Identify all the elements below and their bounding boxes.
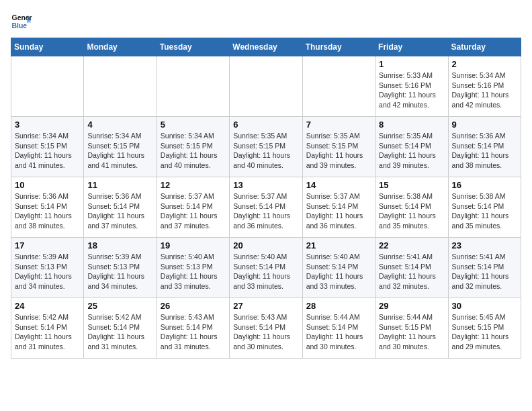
day-info: Sunrise: 5:34 AM Sunset: 5:15 PM Dayligh… [161, 131, 226, 171]
day-info: Sunrise: 5:36 AM Sunset: 5:14 PM Dayligh… [15, 191, 80, 231]
calendar-cell: 29Sunrise: 5:44 AM Sunset: 5:15 PM Dayli… [375, 298, 448, 359]
svg-text:Blue: Blue [12, 22, 28, 30]
calendar-cell: 13Sunrise: 5:37 AM Sunset: 5:14 PM Dayli… [230, 177, 302, 238]
day-info: Sunrise: 5:42 AM Sunset: 5:14 PM Dayligh… [15, 312, 80, 352]
day-number: 19 [161, 240, 226, 250]
day-info: Sunrise: 5:41 AM Sunset: 5:14 PM Dayligh… [452, 252, 517, 291]
calendar-cell: 7Sunrise: 5:35 AM Sunset: 5:15 PM Daylig… [302, 117, 375, 177]
day-number: 15 [379, 180, 444, 190]
day-number: 1 [379, 59, 444, 69]
day-info: Sunrise: 5:40 AM Sunset: 5:13 PM Dayligh… [161, 252, 226, 291]
day-info: Sunrise: 5:38 AM Sunset: 5:14 PM Dayligh… [379, 191, 444, 231]
day-number: 18 [87, 240, 152, 250]
day-info: Sunrise: 5:33 AM Sunset: 5:16 PM Dayligh… [379, 71, 444, 110]
day-info: Sunrise: 5:43 AM Sunset: 5:14 PM Dayligh… [161, 312, 226, 352]
weekday-header-thursday: Thursday [302, 38, 375, 56]
calendar-cell: 21Sunrise: 5:40 AM Sunset: 5:14 PM Dayli… [302, 238, 375, 298]
day-number: 21 [306, 240, 371, 250]
day-info: Sunrise: 5:35 AM Sunset: 5:15 PM Dayligh… [306, 131, 371, 171]
day-number: 6 [233, 120, 298, 130]
day-info: Sunrise: 5:39 AM Sunset: 5:13 PM Dayligh… [15, 252, 80, 291]
calendar-cell: 10Sunrise: 5:36 AM Sunset: 5:14 PM Dayli… [11, 177, 84, 238]
logo: General Blue [11, 11, 32, 32]
day-number: 26 [161, 301, 226, 311]
weekday-header-sunday: Sunday [11, 38, 84, 56]
day-info: Sunrise: 5:34 AM Sunset: 5:15 PM Dayligh… [87, 131, 152, 171]
day-number: 9 [452, 120, 517, 130]
calendar-cell: 26Sunrise: 5:43 AM Sunset: 5:14 PM Dayli… [157, 298, 229, 359]
day-info: Sunrise: 5:37 AM Sunset: 5:14 PM Dayligh… [161, 191, 226, 231]
weekday-header-row: SundayMondayTuesdayWednesdayThursdayFrid… [11, 38, 521, 56]
day-number: 25 [87, 301, 152, 311]
calendar-cell: 6Sunrise: 5:35 AM Sunset: 5:15 PM Daylig… [230, 117, 302, 177]
day-number: 22 [379, 240, 444, 250]
day-info: Sunrise: 5:39 AM Sunset: 5:13 PM Dayligh… [87, 252, 152, 291]
day-number: 28 [306, 301, 371, 311]
calendar-cell [302, 56, 375, 117]
week-row-3: 10Sunrise: 5:36 AM Sunset: 5:14 PM Dayli… [11, 177, 521, 238]
day-number: 12 [161, 180, 226, 190]
calendar-cell: 16Sunrise: 5:38 AM Sunset: 5:14 PM Dayli… [448, 177, 521, 238]
calendar-cell: 15Sunrise: 5:38 AM Sunset: 5:14 PM Dayli… [375, 177, 448, 238]
day-number: 11 [87, 180, 152, 190]
calendar-cell: 8Sunrise: 5:35 AM Sunset: 5:14 PM Daylig… [375, 117, 448, 177]
week-row-4: 17Sunrise: 5:39 AM Sunset: 5:13 PM Dayli… [11, 238, 521, 298]
day-info: Sunrise: 5:44 AM Sunset: 5:15 PM Dayligh… [379, 312, 444, 352]
day-info: Sunrise: 5:40 AM Sunset: 5:14 PM Dayligh… [306, 252, 371, 291]
calendar-cell: 22Sunrise: 5:41 AM Sunset: 5:14 PM Dayli… [375, 238, 448, 298]
calendar-cell: 18Sunrise: 5:39 AM Sunset: 5:13 PM Dayli… [84, 238, 157, 298]
calendar-cell: 12Sunrise: 5:37 AM Sunset: 5:14 PM Dayli… [157, 177, 229, 238]
day-number: 13 [233, 180, 298, 190]
day-number: 16 [452, 180, 517, 190]
calendar-cell: 4Sunrise: 5:34 AM Sunset: 5:15 PM Daylig… [84, 117, 157, 177]
day-info: Sunrise: 5:44 AM Sunset: 5:14 PM Dayligh… [306, 312, 371, 352]
weekday-header-wednesday: Wednesday [230, 38, 302, 56]
day-number: 23 [452, 240, 517, 250]
day-number: 2 [452, 59, 517, 69]
calendar-cell: 2Sunrise: 5:34 AM Sunset: 5:16 PM Daylig… [448, 56, 521, 117]
day-info: Sunrise: 5:36 AM Sunset: 5:14 PM Dayligh… [87, 191, 152, 231]
calendar-cell: 19Sunrise: 5:40 AM Sunset: 5:13 PM Dayli… [157, 238, 229, 298]
day-info: Sunrise: 5:35 AM Sunset: 5:15 PM Dayligh… [233, 131, 298, 171]
calendar-cell: 27Sunrise: 5:43 AM Sunset: 5:14 PM Dayli… [230, 298, 302, 359]
day-info: Sunrise: 5:40 AM Sunset: 5:14 PM Dayligh… [233, 252, 298, 291]
day-number: 4 [87, 120, 152, 130]
day-info: Sunrise: 5:37 AM Sunset: 5:14 PM Dayligh… [306, 191, 371, 231]
calendar-cell: 25Sunrise: 5:42 AM Sunset: 5:14 PM Dayli… [84, 298, 157, 359]
day-number: 24 [15, 301, 80, 311]
day-info: Sunrise: 5:34 AM Sunset: 5:16 PM Dayligh… [452, 71, 517, 110]
calendar-cell: 24Sunrise: 5:42 AM Sunset: 5:14 PM Dayli… [11, 298, 84, 359]
calendar-cell: 11Sunrise: 5:36 AM Sunset: 5:14 PM Dayli… [84, 177, 157, 238]
weekday-header-saturday: Saturday [448, 38, 521, 56]
day-number: 8 [379, 120, 444, 130]
day-info: Sunrise: 5:38 AM Sunset: 5:14 PM Dayligh… [452, 191, 517, 231]
weekday-header-friday: Friday [375, 38, 448, 56]
calendar-cell [84, 56, 157, 117]
week-row-2: 3Sunrise: 5:34 AM Sunset: 5:15 PM Daylig… [11, 117, 521, 177]
week-row-1: 1Sunrise: 5:33 AM Sunset: 5:16 PM Daylig… [11, 56, 521, 117]
day-number: 17 [15, 240, 80, 250]
page-header: General Blue [11, 11, 521, 32]
day-number: 3 [15, 120, 80, 130]
day-info: Sunrise: 5:42 AM Sunset: 5:14 PM Dayligh… [87, 312, 152, 352]
day-info: Sunrise: 5:45 AM Sunset: 5:15 PM Dayligh… [452, 312, 517, 352]
day-info: Sunrise: 5:36 AM Sunset: 5:14 PM Dayligh… [452, 131, 517, 171]
day-info: Sunrise: 5:34 AM Sunset: 5:15 PM Dayligh… [15, 131, 80, 171]
calendar-cell: 5Sunrise: 5:34 AM Sunset: 5:15 PM Daylig… [157, 117, 229, 177]
calendar-cell [11, 56, 84, 117]
day-number: 10 [15, 180, 80, 190]
calendar-cell: 17Sunrise: 5:39 AM Sunset: 5:13 PM Dayli… [11, 238, 84, 298]
calendar-cell: 9Sunrise: 5:36 AM Sunset: 5:14 PM Daylig… [448, 117, 521, 177]
day-info: Sunrise: 5:43 AM Sunset: 5:14 PM Dayligh… [233, 312, 298, 352]
calendar-cell: 20Sunrise: 5:40 AM Sunset: 5:14 PM Dayli… [230, 238, 302, 298]
calendar-cell [157, 56, 229, 117]
day-info: Sunrise: 5:35 AM Sunset: 5:14 PM Dayligh… [379, 131, 444, 171]
weekday-header-monday: Monday [84, 38, 157, 56]
calendar-cell: 30Sunrise: 5:45 AM Sunset: 5:15 PM Dayli… [448, 298, 521, 359]
day-number: 7 [306, 120, 371, 130]
calendar-cell: 3Sunrise: 5:34 AM Sunset: 5:15 PM Daylig… [11, 117, 84, 177]
day-number: 5 [161, 120, 226, 130]
calendar-cell: 1Sunrise: 5:33 AM Sunset: 5:16 PM Daylig… [375, 56, 448, 117]
calendar-table: SundayMondayTuesdayWednesdayThursdayFrid… [11, 38, 521, 359]
day-number: 14 [306, 180, 371, 190]
